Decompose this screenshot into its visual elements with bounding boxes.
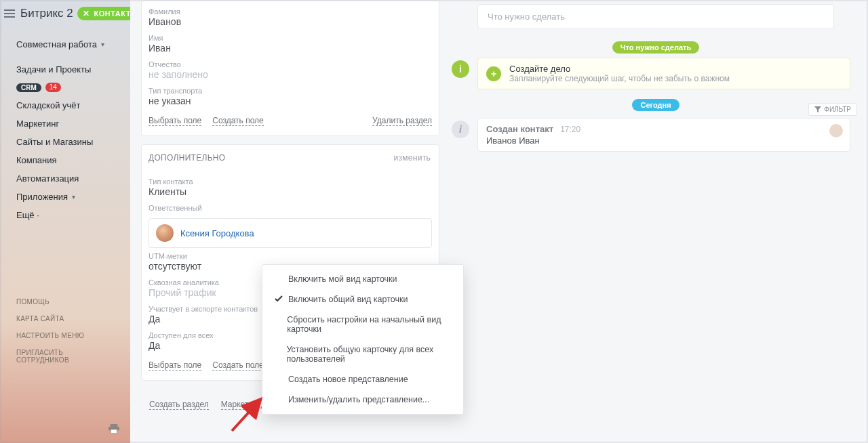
sidebar-item-8[interactable]: Приложения▾ bbox=[0, 188, 130, 206]
sidebar-item-label: Автоматизация bbox=[16, 173, 79, 184]
field-label: Отчество bbox=[149, 60, 432, 68]
timeline-panel: Что нужно сделать Что нужно сделать i + … bbox=[449, 0, 865, 443]
crm-badge: CRM bbox=[16, 83, 41, 92]
popup-item-1[interactable]: Включить общий вид карточки bbox=[262, 289, 463, 310]
popup-item-label: Изменить/удалить представление... bbox=[288, 395, 429, 404]
sidebar-item-2[interactable]: CRM14 bbox=[0, 79, 130, 96]
delete-section-link[interactable]: Удалить раздел bbox=[372, 116, 432, 126]
create-activity-sub: Запланируйте следующий шаг, чтобы не заб… bbox=[509, 74, 730, 83]
check-icon bbox=[275, 295, 283, 304]
select-field-link[interactable]: Выбрать поле bbox=[149, 116, 201, 126]
history-icon: i bbox=[452, 121, 469, 138]
sidebar-item-9[interactable]: Ещё · bbox=[0, 206, 130, 224]
sidebar-item-label: Сайты и Магазины bbox=[16, 137, 93, 147]
popup-item-4[interactable]: Создать новое представление bbox=[262, 369, 463, 389]
field-value: не заполнено bbox=[149, 69, 432, 80]
svg-rect-2 bbox=[111, 429, 117, 433]
chevron-down-icon: ▾ bbox=[72, 193, 75, 201]
card-additional-title: ДОПОЛНИТЕЛЬНО bbox=[149, 153, 225, 163]
create-section-link[interactable]: Создать раздел bbox=[149, 400, 209, 410]
popup-item-label: Создать новое представление bbox=[288, 375, 408, 384]
sidebar-item-label: Ещё · bbox=[16, 210, 39, 220]
pill-todo: Что нужно сделать bbox=[612, 41, 699, 54]
plus-icon[interactable]: + bbox=[486, 66, 501, 81]
chevron-down-icon: ▾ bbox=[101, 41, 104, 48]
created-contact-card[interactable]: Создан контакт 17:20 Иванов Иван bbox=[477, 118, 850, 152]
popup-item-0[interactable]: Включить мой вид карточки bbox=[262, 269, 463, 289]
todo-input[interactable]: Что нужно сделать bbox=[477, 4, 834, 29]
create-activity-card[interactable]: + Создайте дело Запланируйте следующий ш… bbox=[477, 58, 850, 89]
sidebar-footer-0[interactable]: ПОМОЩЬ bbox=[16, 293, 114, 310]
market-link[interactable]: Маркет bbox=[221, 400, 249, 410]
sidebar-item-7[interactable]: Автоматизация bbox=[0, 169, 130, 188]
sidebar-item-label: Совместная работа bbox=[16, 39, 97, 49]
field-label: Тип контакта bbox=[149, 177, 432, 186]
sidebar-item-label: Складской учёт bbox=[16, 100, 81, 110]
field-value: Иванов bbox=[149, 16, 432, 27]
field-value: Клиенты bbox=[149, 186, 432, 197]
field-value: Иван bbox=[149, 43, 432, 54]
filter-button[interactable]: ФИЛЬТР bbox=[808, 103, 857, 116]
field-value: не указан bbox=[149, 96, 432, 106]
sidebar-item-label: Приложения bbox=[16, 192, 68, 202]
create-activity-title: Создайте дело bbox=[509, 64, 730, 74]
sidebar-footer-1[interactable]: КАРТА САЙТА bbox=[16, 310, 114, 327]
sidebar-item-5[interactable]: Сайты и Магазины bbox=[0, 133, 130, 151]
brand-logo: Битрикс 2 bbox=[20, 7, 73, 20]
responsible-label: Ответственный bbox=[149, 204, 432, 212]
avatar bbox=[829, 124, 843, 138]
contact-pill[interactable]: ✕ КОНТАКТ bbox=[77, 7, 130, 20]
field-label: Тип транспорта bbox=[149, 87, 432, 95]
popup-item-label: Включить мой вид карточки bbox=[288, 274, 397, 284]
funnel-icon bbox=[814, 106, 821, 113]
sidebar-item-1[interactable]: Задачи и Проекты bbox=[0, 60, 130, 79]
left-sidebar: Битрикс 2 ✕ КОНТАКТ Совместная работа▾За… bbox=[0, 0, 130, 443]
contact-pill-label: КОНТАКТ bbox=[94, 9, 131, 18]
sidebar-item-4[interactable]: Маркетинг bbox=[0, 114, 130, 133]
view-settings-popup: Включить мой вид карточкиВключить общий … bbox=[262, 264, 464, 415]
card-additional-edit[interactable]: изменить bbox=[393, 153, 431, 163]
sidebar-item-label: Маркетинг bbox=[16, 119, 59, 129]
printer-icon[interactable] bbox=[108, 424, 119, 434]
sidebar-item-0[interactable]: Совместная работа▾ bbox=[0, 35, 130, 54]
responsible-name[interactable]: Ксения Городкова bbox=[180, 228, 254, 238]
svg-rect-0 bbox=[111, 424, 118, 427]
sidebar-item-6[interactable]: Компания bbox=[0, 151, 130, 169]
created-contact-name: Иванов Иван bbox=[486, 135, 842, 146]
popup-item-5[interactable]: Изменить/удалить представление... bbox=[262, 389, 463, 410]
sidebar-item-3[interactable]: Складской учёт bbox=[0, 96, 130, 114]
create-field-link[interactable]: Создать поле bbox=[212, 360, 264, 371]
select-field-link[interactable]: Выбрать поле bbox=[149, 360, 201, 371]
popup-item-label: Установить общую карточку для всех польз… bbox=[287, 345, 452, 364]
field-label: Имя bbox=[149, 34, 432, 42]
info-icon: i bbox=[452, 60, 469, 78]
filter-label: ФИЛЬТР bbox=[824, 106, 851, 113]
popup-item-label: Включить общий вид карточки bbox=[288, 295, 408, 304]
close-icon[interactable]: ✕ bbox=[83, 9, 90, 18]
avatar bbox=[156, 224, 174, 242]
created-contact-title: Создан контакт bbox=[486, 124, 553, 134]
popup-item-label: Сбросить настройки на начальный вид карт… bbox=[287, 315, 451, 334]
popup-item-2[interactable]: Сбросить настройки на начальный вид карт… bbox=[262, 310, 463, 339]
sidebar-item-label: Компания bbox=[16, 155, 57, 165]
popup-item-3[interactable]: Установить общую карточку для всех польз… bbox=[262, 339, 463, 369]
field-label: Фамилия bbox=[149, 7, 432, 16]
created-contact-time: 17:20 bbox=[560, 125, 580, 134]
sidebar-item-label: Задачи и Проекты bbox=[16, 64, 91, 75]
card-basic: ФамилияИвановИмяИванОтчествоне заполнено… bbox=[141, 0, 439, 136]
hamburger-icon[interactable] bbox=[4, 9, 15, 18]
field-label: UTM-метки bbox=[149, 252, 432, 260]
sidebar-footer-2[interactable]: НАСТРОИТЬ МЕНЮ bbox=[16, 327, 114, 344]
responsible-box[interactable]: Ксения Городкова bbox=[149, 218, 432, 248]
sidebar-footer-3[interactable]: ПРИГЛАСИТЬ СОТРУДНИКОВ bbox=[16, 344, 114, 368]
pill-today: Сегодня bbox=[632, 99, 679, 111]
crm-count: 14 bbox=[45, 83, 61, 92]
create-field-link[interactable]: Создать поле bbox=[212, 116, 264, 126]
